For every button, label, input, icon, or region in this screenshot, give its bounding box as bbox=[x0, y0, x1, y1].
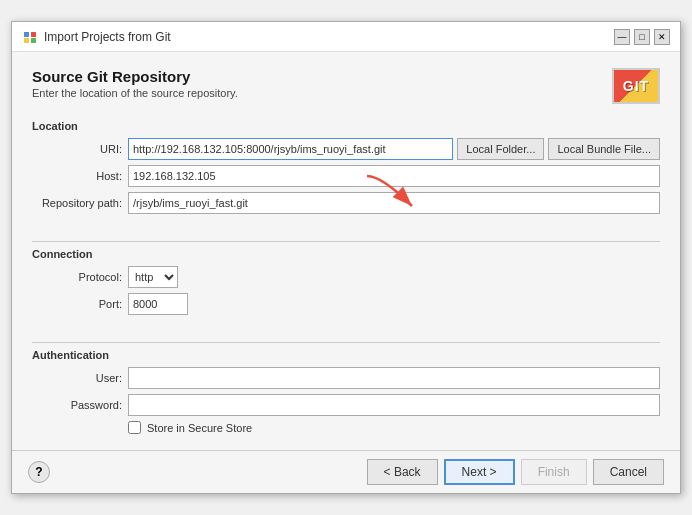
protocol-row: Protocol: http https ssh git bbox=[32, 266, 660, 288]
maximize-button[interactable]: □ bbox=[634, 29, 650, 45]
title-bar: Import Projects from Git — □ ✕ bbox=[12, 22, 680, 52]
help-button[interactable]: ? bbox=[28, 461, 50, 483]
finish-button: Finish bbox=[521, 459, 587, 485]
secure-store-checkbox[interactable] bbox=[128, 421, 141, 434]
back-button[interactable]: < Back bbox=[367, 459, 438, 485]
repo-path-row: Repository path: bbox=[32, 192, 660, 214]
port-input[interactable] bbox=[128, 293, 188, 315]
page-title: Source Git Repository bbox=[32, 68, 238, 85]
header-text: Source Git Repository Enter the location… bbox=[32, 68, 238, 99]
repo-path-label: Repository path: bbox=[32, 197, 122, 209]
secure-store-row: Store in Secure Store bbox=[32, 421, 660, 434]
close-button[interactable]: ✕ bbox=[654, 29, 670, 45]
connection-section-label: Connection bbox=[32, 248, 660, 260]
footer-left: ? bbox=[28, 461, 50, 483]
port-row: Port: bbox=[32, 293, 660, 315]
uri-row: URI: Local Folder... Local Bundle File..… bbox=[32, 138, 660, 160]
svg-rect-1 bbox=[31, 32, 36, 37]
secure-store-label: Store in Secure Store bbox=[147, 422, 252, 434]
host-row: Host: bbox=[32, 165, 660, 187]
window-icon bbox=[22, 29, 38, 45]
svg-rect-0 bbox=[24, 32, 29, 37]
user-input[interactable] bbox=[128, 367, 660, 389]
dialog-footer: ? < Back Next > Finish Cancel bbox=[12, 450, 680, 493]
local-folder-button[interactable]: Local Folder... bbox=[457, 138, 544, 160]
authentication-section-label: Authentication bbox=[32, 349, 660, 361]
password-input[interactable] bbox=[128, 394, 660, 416]
uri-label: URI: bbox=[32, 143, 122, 155]
dialog-content: Source Git Repository Enter the location… bbox=[12, 52, 680, 450]
svg-rect-2 bbox=[24, 38, 29, 43]
page-header: Source Git Repository Enter the location… bbox=[32, 68, 660, 104]
svg-rect-3 bbox=[31, 38, 36, 43]
next-button[interactable]: Next > bbox=[444, 459, 515, 485]
minimize-button[interactable]: — bbox=[614, 29, 630, 45]
local-bundle-button[interactable]: Local Bundle File... bbox=[548, 138, 660, 160]
protocol-select[interactable]: http https ssh git bbox=[128, 266, 178, 288]
git-logo: GIT bbox=[612, 68, 660, 104]
cancel-button[interactable]: Cancel bbox=[593, 459, 664, 485]
connection-section: Connection Protocol: http https ssh git … bbox=[32, 231, 660, 320]
uri-input[interactable] bbox=[128, 138, 453, 160]
password-label: Password: bbox=[32, 399, 122, 411]
port-label: Port: bbox=[32, 298, 122, 310]
page-subtitle: Enter the location of the source reposit… bbox=[32, 87, 238, 99]
host-input[interactable] bbox=[128, 165, 660, 187]
authentication-section: Authentication User: Password: Store in … bbox=[32, 332, 660, 434]
host-label: Host: bbox=[32, 170, 122, 182]
user-row: User: bbox=[32, 367, 660, 389]
window-controls: — □ ✕ bbox=[614, 29, 670, 45]
location-section-label: Location bbox=[32, 120, 660, 132]
repo-path-input[interactable] bbox=[128, 192, 660, 214]
window-title: Import Projects from Git bbox=[44, 30, 171, 44]
footer-right: < Back Next > Finish Cancel bbox=[367, 459, 664, 485]
protocol-label: Protocol: bbox=[32, 271, 122, 283]
user-label: User: bbox=[32, 372, 122, 384]
password-row: Password: bbox=[32, 394, 660, 416]
location-section: Location URI: Local Folder... Local Bund… bbox=[32, 120, 660, 219]
import-projects-window: Import Projects from Git — □ ✕ Source Gi… bbox=[11, 21, 681, 494]
